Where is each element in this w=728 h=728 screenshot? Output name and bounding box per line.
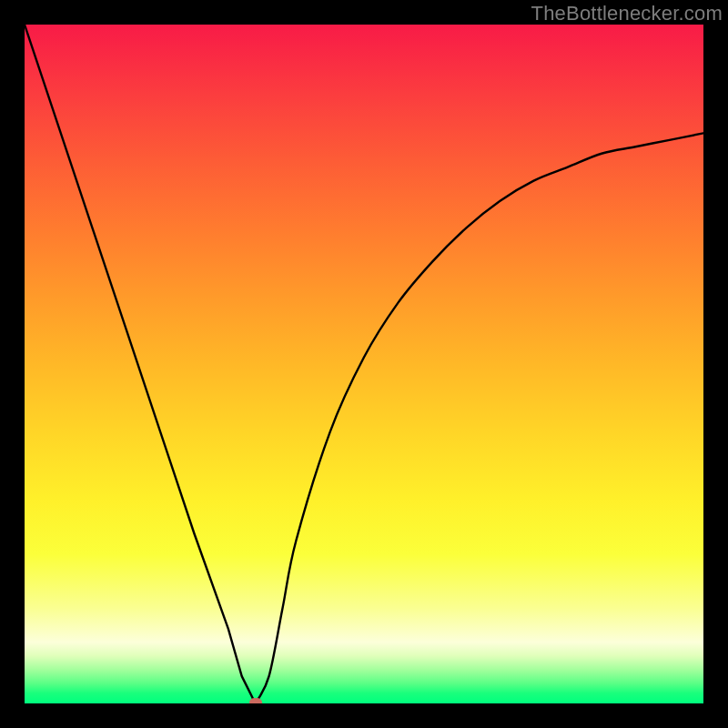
chart-frame: TheBottlenecker.com — [0, 0, 728, 728]
optimal-marker — [249, 698, 262, 703]
plot-area — [25, 25, 703, 703]
bottleneck-curve — [25, 25, 703, 703]
curve-path — [25, 25, 703, 703]
watermark: TheBottlenecker.com — [531, 2, 723, 25]
